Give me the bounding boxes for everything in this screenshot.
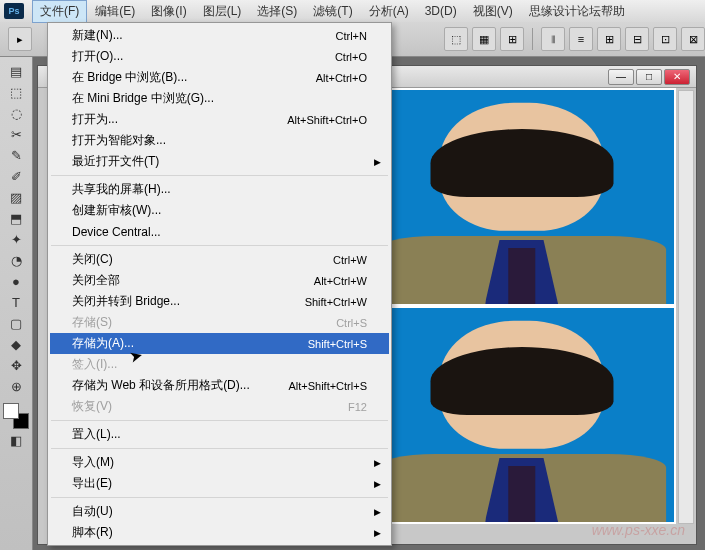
menu-item-shortcut: Alt+Shift+Ctrl+S [288,380,367,392]
menu-filter[interactable]: 滤镜(T) [305,0,360,23]
menu-help[interactable]: 思缘设计论坛帮助 [521,0,633,23]
menu-item: 恢复(V)F12 [50,396,389,417]
menu-item[interactable]: 关闭并转到 Bridge...Shift+Ctrl+W [50,291,389,312]
menu-separator [51,497,388,498]
crop-tool-icon[interactable]: ✂ [5,124,27,144]
lasso-tool-icon[interactable]: ◌ [5,103,27,123]
tool-preset[interactable]: ▸ [8,27,32,51]
align-icon[interactable]: ⊟ [625,27,649,51]
align-icon[interactable]: ≡ [569,27,593,51]
menu-separator [51,175,388,176]
menu-separator [51,245,388,246]
menu-item-label: 新建(N)... [72,27,336,44]
menu-item[interactable]: 关闭全部Alt+Ctrl+W [50,270,389,291]
close-button[interactable]: ✕ [664,69,690,85]
type-tool-icon[interactable]: T [5,292,27,312]
menu-item: 存储(S)Ctrl+S [50,312,389,333]
align-icon[interactable]: ⊡ [653,27,677,51]
menu-item[interactable]: 存储为(A)...Shift+Ctrl+S [50,333,389,354]
menubar: Ps 文件(F) 编辑(E) 图像(I) 图层(L) 选择(S) 滤镜(T) 分… [0,0,705,22]
blur-tool-icon[interactable]: ◔ [5,250,27,270]
menu-item[interactable]: Device Central... [50,221,389,242]
submenu-arrow-icon: ▶ [374,479,381,489]
menu-item[interactable]: 存储为 Web 和设备所用格式(D)...Alt+Shift+Ctrl+S [50,375,389,396]
menu-item[interactable]: 自动(U)▶ [50,501,389,522]
arrange-icon[interactable]: ⬚ [444,27,468,51]
menu-item-label: 置入(L)... [72,426,367,443]
menu-item-shortcut: Alt+Ctrl+O [316,72,367,84]
menu-item-label: 导出(E) [72,475,367,492]
menu-item-label: 共享我的屏幕(H)... [72,181,367,198]
menu-item[interactable]: 打开(O)...Ctrl+O [50,46,389,67]
menu-item[interactable]: 置入(L)... [50,424,389,445]
brush-tool-icon[interactable]: ✐ [5,166,27,186]
menu-item-shortcut: Ctrl+W [333,254,367,266]
menu-item-label: 恢复(V) [72,398,348,415]
menu-item-label: 关闭并转到 Bridge... [72,293,305,310]
menu-select[interactable]: 选择(S) [249,0,305,23]
align-icon[interactable]: ⊠ [681,27,705,51]
menu-item[interactable]: 打开为智能对象... [50,130,389,151]
align-icon[interactable]: ⫴ [541,27,565,51]
menu-item[interactable]: 导出(E)▶ [50,473,389,494]
menu-item-label: 打开为... [72,111,287,128]
menu-item[interactable]: 导入(M)▶ [50,452,389,473]
menu-item[interactable]: 新建(N)...Ctrl+N [50,25,389,46]
menu-3d[interactable]: 3D(D) [417,1,465,21]
separator [532,28,533,50]
vertical-scrollbar[interactable] [678,90,694,524]
zoom-tool-icon[interactable]: ⊕ [5,376,27,396]
pen-tool-icon[interactable]: ● [5,271,27,291]
eyedropper-tool-icon[interactable]: ✎ [5,145,27,165]
eraser-tool-icon[interactable]: ✦ [5,229,27,249]
menu-item[interactable]: 共享我的屏幕(H)... [50,179,389,200]
menu-item-label: 签入(I)... [72,356,367,373]
menu-item-shortcut: Shift+Ctrl+W [305,296,367,308]
submenu-arrow-icon: ▶ [374,157,381,167]
submenu-arrow-icon: ▶ [374,507,381,517]
menu-item[interactable]: 在 Bridge 中浏览(B)...Alt+Ctrl+O [50,67,389,88]
menu-item[interactable]: 脚本(R)▶ [50,522,389,543]
color-swatches[interactable] [3,403,29,429]
align-icon[interactable]: ⊞ [597,27,621,51]
menu-analysis[interactable]: 分析(A) [361,0,417,23]
submenu-arrow-icon: ▶ [374,528,381,538]
watermark-text: www.ps-xxe.cn [592,522,685,538]
menu-item-shortcut: Ctrl+O [335,51,367,63]
menu-view[interactable]: 视图(V) [465,0,521,23]
gradient-tool-icon[interactable]: ⬒ [5,208,27,228]
path-tool-icon[interactable]: ▢ [5,313,27,333]
menu-image[interactable]: 图像(I) [143,0,194,23]
menu-item-label: 自动(U) [72,503,367,520]
hand-tool-icon[interactable]: ✥ [5,355,27,375]
app-logo: Ps [4,3,24,19]
shape-tool-icon[interactable]: ◆ [5,334,27,354]
menu-item[interactable]: 创建新审核(W)... [50,200,389,221]
menu-item-label: 导入(M) [72,454,367,471]
menu-item-label: 在 Bridge 中浏览(B)... [72,69,316,86]
move-tool-icon[interactable]: ▤ [5,61,27,81]
menu-item[interactable]: 在 Mini Bridge 中浏览(G)... [50,88,389,109]
menu-item-label: 创建新审核(W)... [72,202,367,219]
menu-item-shortcut: Alt+Shift+Ctrl+O [287,114,367,126]
menu-edit[interactable]: 编辑(E) [87,0,143,23]
id-photo [367,306,676,524]
menu-item-label: 存储为(A)... [72,335,308,352]
menu-item[interactable]: 最近打开文件(T)▶ [50,151,389,172]
menu-item[interactable]: 关闭(C)Ctrl+W [50,249,389,270]
quickmask-icon[interactable]: ◧ [5,430,27,450]
menu-file[interactable]: 文件(F) [32,0,87,23]
marquee-tool-icon[interactable]: ⬚ [5,82,27,102]
minimize-button[interactable]: — [608,69,634,85]
arrange-icon[interactable]: ▦ [472,27,496,51]
arrange-icon[interactable]: ⊞ [500,27,524,51]
foreground-color-swatch[interactable] [3,403,19,419]
menu-item-shortcut: Ctrl+S [336,317,367,329]
stamp-tool-icon[interactable]: ▨ [5,187,27,207]
menu-item-label: 存储为 Web 和设备所用格式(D)... [72,377,288,394]
menu-layer[interactable]: 图层(L) [195,0,250,23]
maximize-button[interactable]: □ [636,69,662,85]
file-menu-dropdown: 新建(N)...Ctrl+N打开(O)...Ctrl+O在 Bridge 中浏览… [47,22,392,546]
menu-separator [51,420,388,421]
menu-item[interactable]: 打开为...Alt+Shift+Ctrl+O [50,109,389,130]
